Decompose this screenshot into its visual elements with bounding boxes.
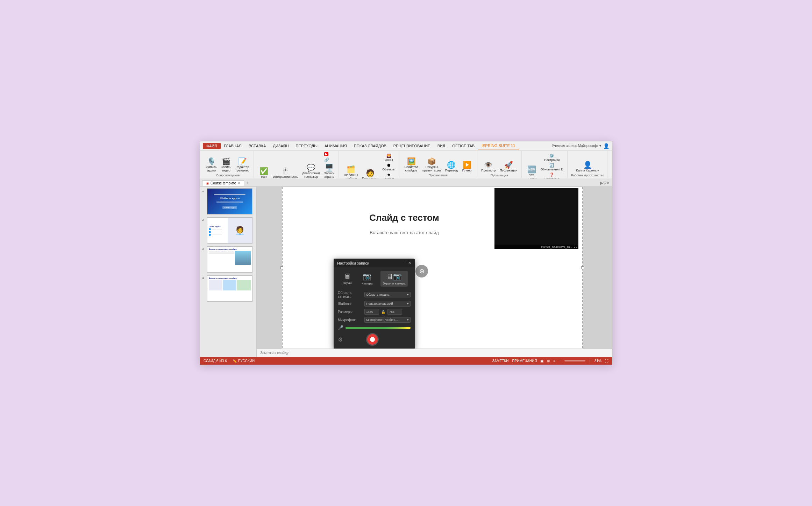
btn-record-screen[interactable]: 🖥️ Записьэкрана — [323, 163, 336, 179]
slide-video[interactable]: ov9734_azurewave_ca... ⛶ — [494, 188, 578, 249]
mic-row-label-row: Микрофон: Microphone (Realtek... ▾ — [338, 317, 411, 323]
handle-ml[interactable] — [280, 266, 283, 269]
area-select[interactable]: Область экрана ▾ — [364, 292, 411, 297]
btn-settings[interactable]: ⚙️ Настройки — [539, 153, 564, 162]
scroll-tabs-right[interactable]: ▶ — [600, 181, 603, 185]
character-icon: 🧑 — [366, 169, 375, 176]
slide-panel: 1 Шаблон курса Начать курс 2 — [200, 187, 257, 357]
template-label: Шаблон: — [338, 302, 362, 306]
zoom-out-btn[interactable]: − — [559, 359, 561, 363]
btn-interactivity[interactable]: 🖱️ Интерактивность — [271, 167, 299, 179]
view-normal-icon[interactable]: ▣ — [540, 359, 543, 363]
btn-objects[interactable]: ⬟ Объекты — [381, 163, 396, 171]
tab-course-template[interactable]: ◉ Course template ✕ — [202, 180, 244, 186]
btn-web[interactable]: 🔗 — [323, 157, 336, 163]
size-height-input[interactable] — [387, 309, 402, 315]
area-row: Область записи : Область экрана ▾ — [338, 291, 411, 298]
btn-translate[interactable]: 🌐 Перевод — [444, 161, 459, 173]
mic-select[interactable]: Microphone (Realtek... ▾ — [364, 317, 411, 323]
group-label-publish: Публикация — [491, 174, 508, 177]
account-icon[interactable]: 👤 — [603, 143, 609, 149]
btn-preview[interactable]: 👁️ Просмотр — [480, 161, 497, 173]
mic-level-icon: 🎤 — [338, 325, 343, 330]
tab-insert[interactable]: ВСТАВКА — [245, 143, 269, 149]
link-icon: 🔗 — [324, 157, 329, 162]
btn-backgrounds[interactable]: 🌄 Фоны — [381, 153, 396, 162]
tab-slideshow[interactable]: ПОКАЗ СЛАЙДОВ — [350, 143, 390, 149]
template-select[interactable]: Пользовательский ▾ — [364, 301, 411, 307]
add-tab-btn[interactable]: ＋ — [245, 180, 250, 186]
tab-file[interactable]: ФАЙЛ — [203, 143, 221, 149]
size-width-input[interactable] — [364, 309, 379, 315]
tab-label: Course template — [211, 181, 236, 185]
slide-canvas[interactable]: Слайд с тестом Вставьте ваш тест на этот… — [282, 187, 583, 349]
backgrounds-icon: 🌄 — [386, 154, 391, 158]
slide-thumb-3[interactable]: 3 Введите заголовок слайда — [200, 245, 256, 274]
btn-slide-props[interactable]: 🖼️ Свойстваслайдов — [403, 157, 420, 173]
tab-design[interactable]: ДИЗАЙН — [269, 143, 292, 149]
rec-mode-screen-camera[interactable]: 🖥📷 Экран и камера — [380, 271, 408, 287]
handle-mr[interactable] — [581, 266, 584, 269]
editor-icon: 📝 — [238, 158, 247, 165]
view-reading-icon[interactable]: ≡ — [553, 359, 555, 363]
dialog-icon: 💬 — [307, 164, 315, 171]
notes-bar[interactable]: Заметки к слайду — [257, 349, 612, 357]
move-handle[interactable]: ⊕ — [415, 265, 428, 277]
settings-gear-btn[interactable]: ⚙ — [338, 336, 343, 343]
btn-publish[interactable]: 🚀 Публикация — [498, 161, 519, 173]
tab-home[interactable]: ГЛАВНАЯ — [221, 143, 245, 149]
tab-transitions[interactable]: ПЕРЕХОДЫ — [292, 143, 321, 149]
mic-level-row: 🎤 — [338, 325, 411, 330]
translate-icon: 🌐 — [447, 161, 456, 168]
slide-thumb-2[interactable]: 2 Цели курса 🧑‍💼 — [200, 216, 256, 245]
slide-num-4: 4 — [202, 276, 206, 280]
notes-btn[interactable]: ЗАМЕТКИ — [492, 359, 509, 363]
btn-resources[interactable]: 📦 Ресурсыпрезентации — [421, 157, 442, 173]
language-section: ✏️ РУССКИЙ — [233, 359, 255, 363]
zoom-bar[interactable] — [564, 360, 585, 361]
tab-ispring[interactable]: ISPRING SUITE 11 — [478, 142, 519, 149]
rec-mode-camera[interactable]: 📷 Камера — [359, 271, 375, 287]
preview-icon: 👁️ — [484, 161, 493, 168]
tab-view[interactable]: ВИД — [434, 143, 449, 149]
slide-info: СЛАЙД 6 ИЗ 6 — [204, 359, 227, 363]
view-grid-icon[interactable]: ⊞ — [547, 359, 550, 363]
close-presentation-btn[interactable]: ✕ — [606, 181, 610, 185]
btn-player[interactable]: ▶️ Плеер — [461, 161, 473, 173]
lock-icon[interactable]: 🔒 — [381, 310, 385, 314]
dialog-minimize-btn[interactable]: − — [404, 261, 406, 265]
area-value: Область экрана — [366, 293, 389, 296]
btn-editor[interactable]: 📝 Редактортренажер — [234, 157, 251, 173]
ribbon-content: 🎙️ Записьаудио 🎬 Записьвидео 📝 Редакторт… — [200, 150, 612, 178]
btn-updates[interactable]: 🔄 Обновления (1) — [539, 163, 564, 171]
ribbon-group-presentation: 🖼️ Свойстваслайдов 📦 Ресурсыпрезентации … — [400, 151, 476, 178]
record-start-btn[interactable] — [366, 333, 379, 346]
screen-camera-mode-icon: 🖥📷 — [386, 272, 402, 281]
video-fullscreen-icon[interactable]: ⛶ — [574, 245, 577, 248]
test-icon: ✅ — [259, 168, 268, 175]
btn-test[interactable]: ✅ Тест — [257, 167, 270, 179]
btn-youtube[interactable]: ▶ — [323, 152, 336, 156]
settings-icon: ⚙️ — [549, 154, 554, 158]
comments-btn[interactable]: ПРИМЕЧАНИЯ — [512, 359, 537, 363]
ribbon-group-library: 🗂️ Шаблоныслайдов 🧑 Персонажи 🌄 Фоны ⬟ О… — [340, 151, 399, 178]
microphone-icon: 🎙️ — [207, 158, 216, 165]
tab-close-btn[interactable]: ✕ — [237, 181, 240, 185]
zoom-in-btn[interactable]: + — [589, 359, 591, 363]
rec-mode-screen[interactable]: 🖥 Экран — [341, 271, 354, 287]
slide-thumb-4[interactable]: 4 Введите заголовок слайда — [200, 274, 256, 303]
fit-screen-btn[interactable]: ⛶ — [605, 359, 608, 363]
status-right: ЗАМЕТКИ ПРИМЕЧАНИЯ ▣ ⊞ ≡ − + 81% ⛶ — [492, 359, 608, 363]
tab-review[interactable]: РЕЦЕНЗИРОВАНИЕ — [390, 143, 434, 149]
tab-animation[interactable]: АНИМАЦИЯ — [321, 143, 350, 149]
btn-user-account[interactable]: 👤 Karina Карина ▾ — [575, 161, 600, 173]
dialog-close-btn[interactable]: ✕ — [408, 261, 411, 265]
btn-record-audio[interactable]: 🎙️ Записьаудио — [205, 157, 218, 173]
account-label[interactable]: Учетная запись Майкрософт ▾ — [552, 144, 601, 148]
btn-dialog[interactable]: 💬 Диалоговыйтренажер — [301, 163, 321, 179]
slide-thumb-1[interactable]: 1 Шаблон курса Начать курс — [200, 187, 256, 216]
tab-office[interactable]: OFFICE TAB — [449, 143, 478, 149]
btn-record-video[interactable]: 🎬 Записьвидео — [220, 157, 233, 173]
slide-subtitle: Вставьте ваш тест на этот слайд — [332, 230, 477, 235]
collapse-btn[interactable]: ▽ — [603, 181, 606, 185]
